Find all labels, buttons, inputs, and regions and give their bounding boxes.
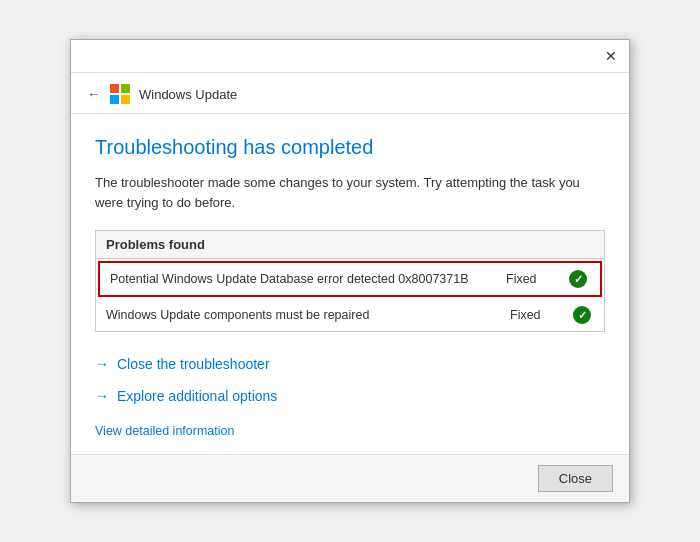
svg-rect-2 xyxy=(110,95,119,104)
arrow-icon-1: → xyxy=(95,356,109,372)
title-bar: ✕ xyxy=(71,40,629,73)
problem-description-2: Windows Update components must be repair… xyxy=(106,308,510,322)
arrow-icon-2: → xyxy=(95,388,109,404)
svg-rect-3 xyxy=(121,95,130,104)
svg-rect-1 xyxy=(121,84,130,93)
problems-table: Problems found Potential Windows Update … xyxy=(95,230,605,332)
troubleshoot-dialog: ✕ ← Windows Update Troubleshooting has c… xyxy=(70,39,630,503)
close-button[interactable]: Close xyxy=(538,465,613,492)
header-row: ← Windows Update xyxy=(71,73,629,114)
svg-rect-0 xyxy=(110,84,119,93)
problems-table-header: Problems found xyxy=(96,231,604,259)
problem-status-1: Fixed xyxy=(506,272,566,286)
window-close-button[interactable]: ✕ xyxy=(601,46,621,66)
app-title: Windows Update xyxy=(139,87,237,102)
close-troubleshooter-link[interactable]: → Close the troubleshooter xyxy=(95,356,605,372)
problem-status-2: Fixed xyxy=(510,308,570,322)
table-row: Potential Windows Update Database error … xyxy=(98,261,602,297)
check-mark-icon: ✓ xyxy=(574,273,583,286)
explore-options-link[interactable]: → Explore additional options xyxy=(95,388,605,404)
table-row: Windows Update components must be repair… xyxy=(96,299,604,331)
footer: Close xyxy=(71,454,629,502)
description-text: The troubleshooter made some changes to … xyxy=(95,173,605,212)
completion-title: Troubleshooting has completed xyxy=(95,136,605,159)
close-troubleshooter-label: Close the troubleshooter xyxy=(117,356,270,372)
back-button[interactable]: ← xyxy=(87,86,101,102)
problem-icon-2: ✓ xyxy=(570,306,594,324)
main-content: Troubleshooting has completed The troubl… xyxy=(71,114,629,454)
check-mark-icon: ✓ xyxy=(578,309,587,322)
windows-update-icon xyxy=(109,83,131,105)
problem-description-1: Potential Windows Update Database error … xyxy=(110,272,506,286)
view-details-link[interactable]: View detailed information xyxy=(95,424,234,438)
problem-icon-1: ✓ xyxy=(566,270,590,288)
explore-options-label: Explore additional options xyxy=(117,388,277,404)
